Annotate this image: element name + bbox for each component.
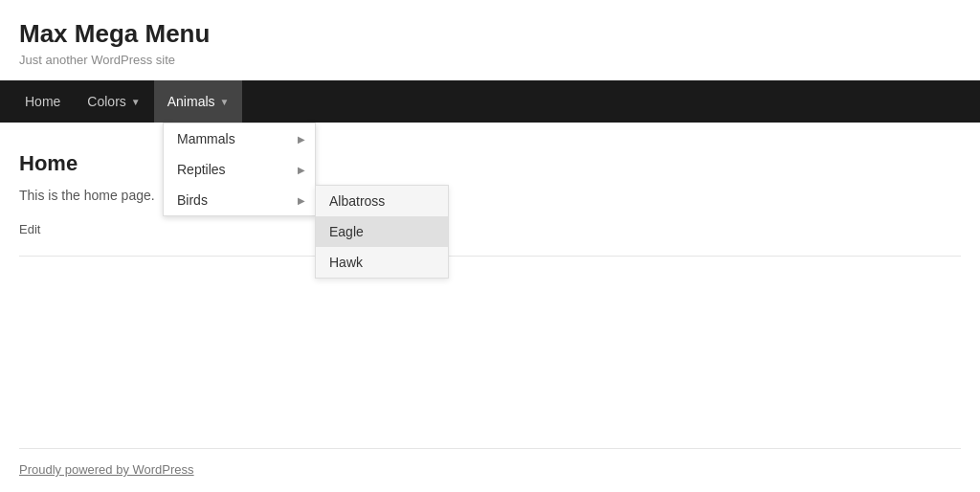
colors-dropdown-arrow: ▼ — [131, 97, 141, 107]
submenu-item-hawk[interactable]: Hawk — [316, 247, 448, 278]
nav-bar: Home Colors ▼ Animals ▼ — [0, 80, 980, 123]
animals-dropdown-arrow: ▼ — [220, 97, 230, 107]
eagle-label: Eagle — [329, 224, 364, 239]
site-title: Max Mega Menu — [19, 19, 961, 49]
page-description: This is the home page. — [19, 188, 961, 203]
nav-label-home: Home — [25, 94, 60, 109]
reptiles-sub-arrow: ▶ — [298, 165, 305, 175]
nav-item-colors[interactable]: Colors ▼ — [74, 80, 153, 123]
hawk-label: Hawk — [329, 255, 363, 270]
birds-submenu: Albatross Eagle Hawk — [315, 185, 449, 279]
edit-link[interactable]: Edit — [19, 222, 40, 236]
dropdown-item-mammals[interactable]: Mammals ▶ — [164, 123, 315, 154]
main-content: Home This is the home page. Edit — [0, 123, 980, 295]
dropdown-item-reptiles[interactable]: Reptiles ▶ — [164, 154, 315, 185]
mammals-sub-arrow: ▶ — [298, 134, 305, 145]
submenu-item-eagle[interactable]: Eagle — [316, 216, 448, 247]
site-tagline: Just another WordPress site — [19, 53, 961, 67]
submenu-item-albatross[interactable]: Albatross — [316, 186, 448, 216]
animals-dropdown: Mammals ▶ Reptiles ▶ Birds ▶ Albatross E… — [163, 123, 316, 216]
reptiles-label: Reptiles — [177, 162, 226, 177]
animals-dropdown-menu: Mammals ▶ Reptiles ▶ Birds ▶ Albatross E… — [163, 123, 316, 216]
dropdown-item-birds[interactable]: Birds ▶ Albatross Eagle Hawk — [164, 185, 315, 215]
site-header: Max Mega Menu Just another WordPress sit… — [0, 0, 980, 80]
albatross-label: Albatross — [329, 193, 385, 209]
nav-label-animals: Animals — [167, 94, 215, 109]
nav-label-colors: Colors — [87, 94, 125, 109]
birds-sub-arrow: ▶ — [298, 195, 305, 206]
page-title: Home — [19, 151, 961, 176]
birds-label: Birds — [177, 192, 208, 208]
nav-item-animals[interactable]: Animals ▼ — [154, 80, 243, 123]
nav-wrapper: Home Colors ▼ Animals ▼ Mammals ▶ Reptil… — [0, 80, 980, 123]
mammals-label: Mammals — [177, 131, 235, 146]
content-divider — [19, 256, 961, 257]
nav-item-home[interactable]: Home — [11, 80, 74, 123]
